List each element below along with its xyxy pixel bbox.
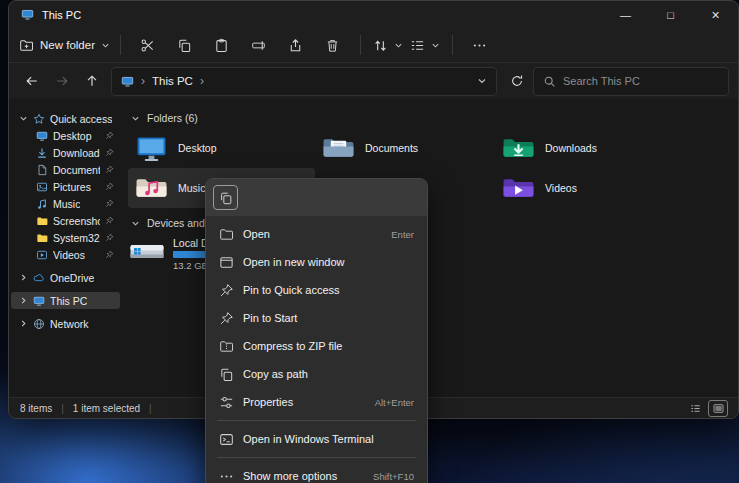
toolbar-separator bbox=[120, 35, 121, 55]
minimize-button[interactable]: — bbox=[603, 1, 648, 28]
rename-icon bbox=[251, 38, 266, 53]
sidebar-item-music[interactable]: Music bbox=[11, 195, 120, 212]
share-button[interactable] bbox=[279, 31, 313, 60]
videos-folder-icon bbox=[502, 175, 535, 202]
new-folder-icon bbox=[19, 38, 34, 53]
breadcrumb[interactable]: This PC bbox=[152, 75, 193, 87]
sidebar-item-downloads[interactable]: Downloads bbox=[11, 144, 120, 161]
status-separator: | bbox=[149, 403, 152, 414]
view-toggles bbox=[686, 401, 727, 416]
address-bar[interactable]: › This PC › bbox=[111, 67, 497, 96]
sidebar-item-this-pc[interactable]: This PC bbox=[11, 292, 120, 309]
status-separator: | bbox=[61, 403, 64, 414]
ellipsis-icon bbox=[472, 38, 487, 53]
context-menu-item-properties[interactable]: Properties Alt+Enter bbox=[210, 388, 423, 416]
sidebar-item-desktop[interactable]: Desktop bbox=[11, 127, 120, 144]
rename-button[interactable] bbox=[242, 31, 276, 60]
forward-arrow-icon bbox=[55, 74, 69, 88]
paste-button[interactable] bbox=[205, 31, 239, 60]
search-input[interactable] bbox=[563, 75, 719, 87]
sidebar-item-pictures[interactable]: Pictures bbox=[11, 178, 120, 195]
details-view-button[interactable] bbox=[686, 401, 704, 416]
this-pc-icon bbox=[121, 75, 134, 88]
forward-button[interactable] bbox=[48, 68, 75, 95]
chevron-down-icon bbox=[131, 114, 140, 123]
refresh-button[interactable] bbox=[503, 68, 530, 95]
context-menu-item-open-terminal[interactable]: Open in Windows Terminal bbox=[210, 425, 423, 453]
delete-button[interactable] bbox=[316, 31, 350, 60]
copy-icon bbox=[177, 38, 192, 53]
folder-name: Desktop bbox=[178, 142, 217, 154]
scissors-icon bbox=[140, 38, 155, 53]
sidebar-item-system32[interactable]: System32 bbox=[11, 229, 120, 246]
context-menu-item-open-new-window[interactable]: Open in new window bbox=[210, 248, 423, 276]
cloud-icon bbox=[33, 272, 45, 284]
sidebar-item-quick-access[interactable]: Quick access bbox=[11, 110, 120, 127]
sidebar-item-screenshots[interactable]: Screenshots bbox=[11, 212, 120, 229]
document-icon bbox=[36, 164, 48, 176]
monitor-icon bbox=[33, 295, 45, 307]
chevron-down-icon bbox=[131, 219, 140, 228]
close-button[interactable]: × bbox=[693, 1, 738, 28]
copy-button[interactable] bbox=[213, 185, 238, 210]
pin-icon bbox=[105, 131, 114, 140]
sidebar-item-label: Network bbox=[50, 318, 89, 330]
window-title: This PC bbox=[42, 9, 81, 21]
sort-button[interactable] bbox=[371, 31, 405, 60]
menu-item-shortcut: Alt+Enter bbox=[375, 397, 414, 408]
folder-tile-documents[interactable]: Documents bbox=[315, 128, 495, 168]
context-menu-item-copy-as-path[interactable]: Copy as path bbox=[210, 360, 423, 388]
context-menu-item-pin-quick-access[interactable]: Pin to Quick access bbox=[210, 276, 423, 304]
context-menu-item-pin-start[interactable]: Pin to Start bbox=[210, 304, 423, 332]
pin-icon bbox=[105, 233, 114, 242]
sidebar-item-label: System32 bbox=[53, 232, 100, 244]
back-arrow-icon bbox=[25, 74, 39, 88]
items-count: 8 items bbox=[20, 403, 52, 414]
folders-section-header[interactable]: Folders (6) bbox=[128, 110, 738, 126]
context-menu-item-show-more-options[interactable]: Show more options Shift+F10 bbox=[210, 462, 423, 483]
folder-tile-desktop[interactable]: Desktop bbox=[128, 128, 315, 168]
chevron-down-icon[interactable] bbox=[477, 76, 487, 86]
star-icon bbox=[33, 113, 45, 125]
large-icons-view-button[interactable] bbox=[709, 401, 727, 416]
new-folder-button[interactable]: New folder bbox=[19, 31, 110, 60]
breadcrumb-separator: › bbox=[200, 74, 204, 88]
sidebar-item-label: Documents bbox=[53, 164, 100, 176]
copy-icon bbox=[219, 191, 233, 205]
menu-item-label: Open bbox=[243, 228, 270, 240]
chevron-down-icon bbox=[431, 41, 440, 50]
back-button[interactable] bbox=[18, 68, 45, 95]
search-icon bbox=[543, 75, 556, 88]
view-button[interactable] bbox=[408, 31, 442, 60]
breadcrumb-separator: › bbox=[141, 74, 145, 88]
cut-button[interactable] bbox=[131, 31, 165, 60]
sidebar-item-documents[interactable]: Documents bbox=[11, 161, 120, 178]
music-note-icon bbox=[36, 198, 48, 210]
more-options-button[interactable] bbox=[463, 31, 497, 60]
sidebar-item-label: Pictures bbox=[53, 181, 91, 193]
folder-icon bbox=[36, 215, 48, 227]
sidebar-item-onedrive[interactable]: OneDrive bbox=[11, 269, 120, 286]
context-menu-item-open[interactable]: Open Enter bbox=[210, 220, 423, 248]
sidebar-item-videos[interactable]: Videos bbox=[11, 246, 120, 263]
copy-button[interactable] bbox=[168, 31, 202, 60]
folder-name: Downloads bbox=[545, 142, 597, 154]
maximize-button[interactable]: □ bbox=[648, 1, 693, 28]
context-menu-items: Open Enter Open in new window Pin to Qui… bbox=[206, 216, 427, 483]
sidebar-item-label: Desktop bbox=[53, 130, 92, 142]
selection-count: 1 item selected bbox=[73, 403, 140, 414]
context-menu-item-compress-zip[interactable]: Compress to ZIP file bbox=[210, 332, 423, 360]
share-icon bbox=[288, 38, 303, 53]
search-box[interactable] bbox=[533, 67, 729, 96]
menu-item-label: Copy as path bbox=[243, 368, 308, 380]
context-menu: Open Enter Open in new window Pin to Qui… bbox=[205, 178, 428, 483]
folder-tile-videos[interactable]: Videos bbox=[495, 168, 687, 208]
folder-tile-downloads[interactable]: Downloads bbox=[495, 128, 687, 168]
trash-icon bbox=[325, 38, 340, 53]
toolbar-separator bbox=[360, 35, 361, 55]
title-bar[interactable]: This PC — □ × bbox=[9, 1, 738, 28]
sidebar-item-network[interactable]: Network bbox=[11, 315, 120, 332]
pin-icon bbox=[105, 148, 114, 157]
up-button[interactable] bbox=[78, 68, 105, 95]
pin-icon bbox=[105, 199, 114, 208]
